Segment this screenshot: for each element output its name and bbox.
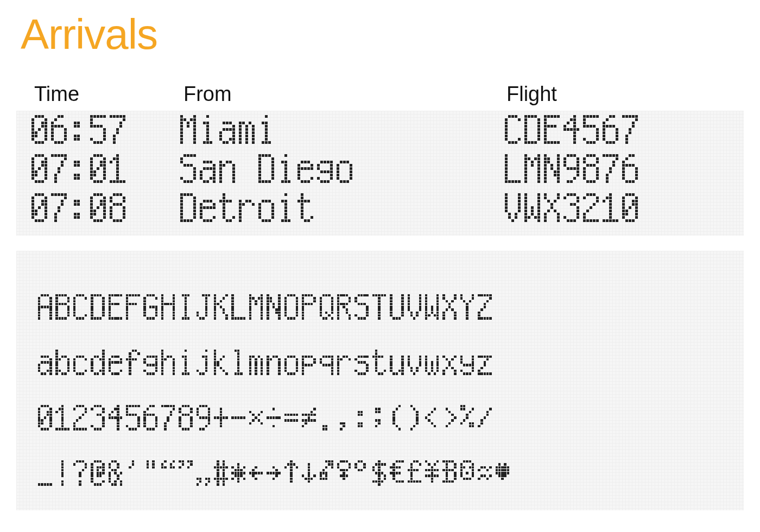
glyph-specimen-board (16, 251, 744, 510)
page-title: Arrivals (21, 10, 157, 59)
header-from: From (183, 83, 232, 106)
header-time: Time (34, 83, 79, 106)
arrivals-board (16, 111, 744, 236)
header-flight: Flight (506, 83, 557, 106)
